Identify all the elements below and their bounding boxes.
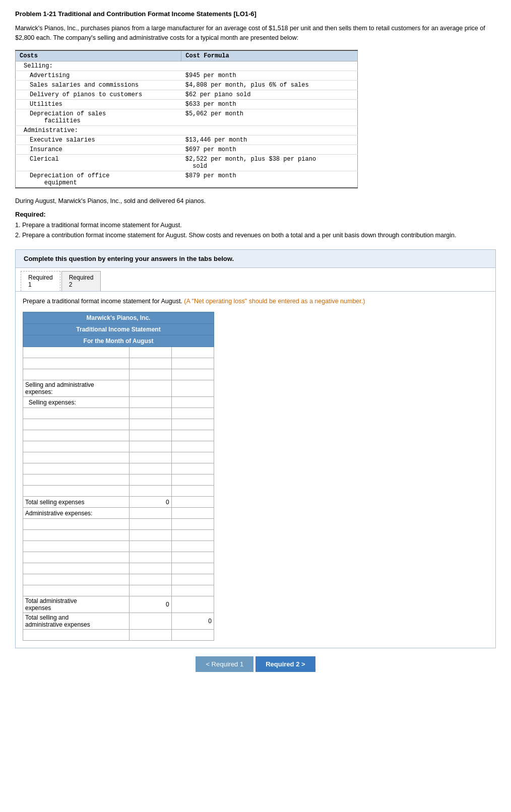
row-label-input[interactable] <box>25 410 127 417</box>
row-label-input[interactable] <box>25 443 127 450</box>
row-label-input[interactable] <box>25 360 127 367</box>
cost-label: Delivery of pianos to customers <box>16 90 181 99</box>
cost-label: Selling: <box>16 61 181 71</box>
table-row <box>23 585 214 596</box>
total-admin-expenses-row: Total administrativeexpenses 0 <box>23 596 214 613</box>
formula-col-header: Cost Formula <box>181 50 358 61</box>
row-value-input[interactable] <box>132 360 169 367</box>
row-value-input[interactable] <box>132 477 169 484</box>
row-label-input[interactable] <box>25 371 127 378</box>
row-value-input[interactable] <box>132 371 169 378</box>
row-value-input[interactable] <box>132 521 169 528</box>
row-label-input[interactable] <box>25 349 127 356</box>
row-total-input[interactable] <box>174 499 212 506</box>
row-value-input[interactable] <box>132 443 169 450</box>
row-label-input[interactable] <box>25 554 127 561</box>
table-row <box>23 574 214 585</box>
row-label-input[interactable] <box>25 632 127 639</box>
row-total-input[interactable] <box>174 465 212 472</box>
row-value-input[interactable] <box>132 510 169 517</box>
table-row <box>23 441 214 452</box>
row-value-input[interactable] <box>132 632 169 639</box>
row-value-input[interactable] <box>132 576 169 583</box>
table-row <box>23 419 214 430</box>
row-label-input[interactable] <box>25 521 127 528</box>
cost-label: Clerical <box>16 154 181 171</box>
row-label-input[interactable] <box>25 565 127 572</box>
row-total-input[interactable] <box>174 432 212 439</box>
selling-expenses-label: Selling expenses: <box>23 397 130 408</box>
row-value-input[interactable] <box>132 465 169 472</box>
row-total-input[interactable] <box>174 410 212 417</box>
intro-text: Marwick's Pianos, Inc., purchases pianos… <box>15 24 496 43</box>
row-label-input[interactable] <box>25 587 127 594</box>
row-value-input[interactable] <box>132 565 169 572</box>
row-total-input[interactable] <box>174 399 212 406</box>
row-total-input[interactable] <box>174 421 212 428</box>
row-total-input[interactable] <box>174 565 212 572</box>
row-total-input[interactable] <box>174 632 212 639</box>
row-value-input[interactable] <box>132 385 169 392</box>
row-total-input[interactable] <box>174 554 212 561</box>
row-label-input[interactable] <box>25 454 127 461</box>
row-label-input[interactable] <box>25 543 127 550</box>
is-header1: Marwick's Pianos, Inc. <box>23 312 214 324</box>
row-label-input[interactable] <box>25 488 127 495</box>
row-total-input[interactable] <box>174 587 212 594</box>
admin-expenses-label-row: Administrative expenses: <box>23 508 214 519</box>
cost-formula: $633 per month <box>181 99 358 109</box>
row-value-input[interactable] <box>132 543 169 550</box>
required-item-2: 2. Prepare a contribution format income … <box>15 230 496 240</box>
required-list: 1. Prepare a traditional format income s… <box>15 220 496 240</box>
total-selling-admin-value: 0 <box>171 613 214 630</box>
row-value-input[interactable] <box>132 421 169 428</box>
row-total-input[interactable] <box>174 443 212 450</box>
btn-required-1[interactable]: < Required 1 <box>196 656 253 672</box>
row-value-input[interactable] <box>132 488 169 495</box>
row-value-input[interactable] <box>132 587 169 594</box>
row-label-input[interactable] <box>25 432 127 439</box>
row-label-input[interactable] <box>25 576 127 583</box>
row-label-input[interactable] <box>25 421 127 428</box>
row-value-input[interactable] <box>132 618 169 625</box>
row-total-input[interactable] <box>174 454 212 461</box>
btn-required-2[interactable]: Required 2 > <box>256 656 315 672</box>
table-row <box>23 630 214 641</box>
row-value-input[interactable] <box>132 432 169 439</box>
row-total-input[interactable] <box>174 360 212 367</box>
complete-box: Complete this question by entering your … <box>15 249 496 268</box>
required-heading: Required: <box>15 211 496 218</box>
row-total-input[interactable] <box>174 521 212 528</box>
table-row <box>23 347 214 358</box>
row-total-input[interactable] <box>174 601 212 608</box>
row-value-input[interactable] <box>132 410 169 417</box>
tab-required-2[interactable]: Required2 <box>61 271 101 291</box>
is-header3: For the Month of August <box>23 335 214 347</box>
tab-required-1[interactable]: Required1 <box>21 271 60 291</box>
row-total-input[interactable] <box>174 371 212 378</box>
cost-formula: $4,808 per month, plus 6% of sales <box>181 80 358 90</box>
row-value-input[interactable] <box>132 554 169 561</box>
row-value-input[interactable] <box>132 349 169 356</box>
row-label-input[interactable] <box>25 532 127 539</box>
row-value-input[interactable] <box>132 399 169 406</box>
cost-formula <box>181 61 358 71</box>
row-label-input[interactable] <box>25 465 127 472</box>
row-total-input[interactable] <box>174 532 212 539</box>
row-total-input[interactable] <box>174 488 212 495</box>
row-label-input[interactable] <box>25 477 127 484</box>
row-value-input[interactable] <box>132 532 169 539</box>
row-total-input[interactable] <box>174 385 212 392</box>
row-total-input[interactable] <box>174 543 212 550</box>
problem-title: Problem 1-21 Traditional and Contributio… <box>15 10 496 18</box>
cost-label: Depreciation of office equipment <box>16 171 181 188</box>
row-total-input[interactable] <box>174 510 212 517</box>
row-total-input[interactable] <box>174 576 212 583</box>
table-row <box>23 552 214 563</box>
selling-admin-label-row: Selling and administrativeexpenses: <box>23 380 214 397</box>
selling-expenses-label-row: Selling expenses: <box>23 397 214 408</box>
row-value-input[interactable] <box>132 454 169 461</box>
row-total-input[interactable] <box>174 477 212 484</box>
admin-expenses-label: Administrative expenses: <box>23 508 130 519</box>
row-total-input[interactable] <box>174 349 212 356</box>
